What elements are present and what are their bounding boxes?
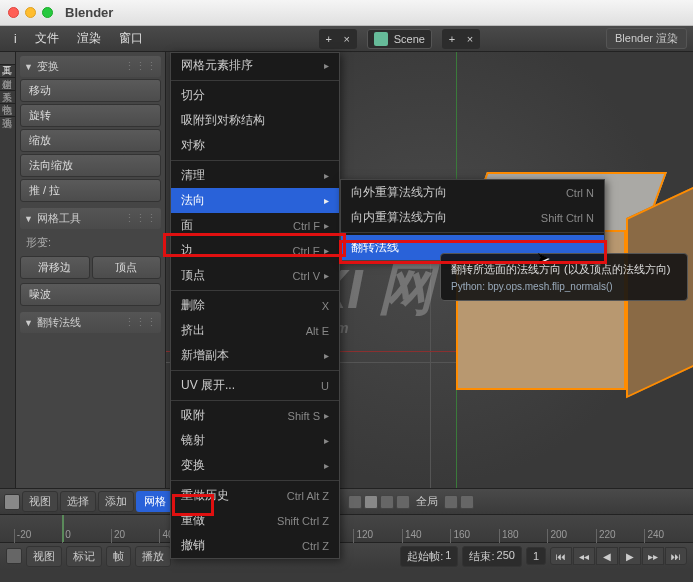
header-select[interactable]: 选择 xyxy=(60,491,96,512)
orientation-label[interactable]: 全局 xyxy=(412,494,442,509)
menu-item-snap-sym[interactable]: 吸附到对称结构 xyxy=(171,108,339,133)
smooth-button[interactable]: 噪波 xyxy=(20,283,161,306)
current-frame-field[interactable]: 1 xyxy=(526,547,546,565)
playback-controls: ⏮ ◂◂ ◀ ▶ ▸▸ ⏭ xyxy=(550,547,687,565)
header-add[interactable]: 添加 xyxy=(98,491,134,512)
collapse-icon: ▼ xyxy=(24,62,33,72)
mesh-context-menu: 网格元素排序▸ 切分 吸附到对称结构 对称 清理▸ 法向▸ 面Ctrl F▸ 边… xyxy=(170,52,340,559)
normals-submenu: 向外重算法线方向Ctrl N 向内重算法线方向Shift Ctrl N 翻转法线 xyxy=(340,179,605,261)
menu-item-redo-history[interactable]: 重做历史Ctrl Alt Z xyxy=(171,483,339,508)
menu-window[interactable]: 窗口 xyxy=(111,28,151,49)
info-header: i 文件 渲染 窗口 + × Scene + × Blender 渲染 xyxy=(0,26,693,52)
tooltip: 翻转所选面的法线方向 (以及顶点的法线方向) Python: bpy.ops.m… xyxy=(440,253,688,301)
pivot-icon[interactable] xyxy=(364,495,378,509)
scene-selector[interactable]: Scene xyxy=(367,29,432,49)
panel-transform-header[interactable]: ▼ 变换 ⋮⋮⋮ xyxy=(20,56,161,77)
tab-tools[interactable]: 工具 xyxy=(0,52,15,65)
move-button[interactable]: 移动 xyxy=(20,79,161,102)
jump-start-icon[interactable]: ⏮ xyxy=(550,547,572,565)
timeline-editor-icon[interactable] xyxy=(6,548,22,564)
menu-item-sort[interactable]: 网格元素排序▸ xyxy=(171,53,339,78)
end-frame-field[interactable]: 结束:250 xyxy=(462,546,521,567)
menu-item-normals[interactable]: 法向▸ xyxy=(171,188,339,213)
window-controls xyxy=(8,7,53,18)
menu-item-mirror[interactable]: 镜射▸ xyxy=(171,428,339,453)
maximize-icon[interactable] xyxy=(42,7,53,18)
scene-close-icon[interactable]: × xyxy=(461,30,479,48)
menu-render[interactable]: 渲染 xyxy=(69,28,109,49)
menu-item-duplicate[interactable]: 新增副本▸ xyxy=(171,343,339,368)
snap-icon[interactable] xyxy=(444,495,458,509)
menu-item-recalc-outside[interactable]: 向外重算法线方向Ctrl N xyxy=(341,180,604,205)
limit-selection-icon[interactable] xyxy=(348,495,362,509)
menu-item-edges[interactable]: 边Ctrl E▸ xyxy=(171,238,339,263)
info-icon[interactable]: i xyxy=(6,30,25,48)
collapse-icon: ▼ xyxy=(24,318,33,328)
layout-tabs: + × xyxy=(319,29,357,49)
menu-item-snap[interactable]: 吸附Shift S▸ xyxy=(171,403,339,428)
menu-item-recalc-inside[interactable]: 向内重算法线方向Shift Ctrl N xyxy=(341,205,604,230)
menu-item-extrude[interactable]: 挤出Alt E xyxy=(171,318,339,343)
panel-flipnormals-header[interactable]: ▼ 翻转法线 ⋮⋮⋮ xyxy=(20,312,161,333)
play-reverse-icon[interactable]: ◀ xyxy=(596,547,618,565)
menu-item-symmetry[interactable]: 对称 xyxy=(171,133,339,158)
keyframe-prev-icon[interactable]: ◂◂ xyxy=(573,547,595,565)
manipulator-icon[interactable] xyxy=(396,495,410,509)
tl-playback[interactable]: 播放 xyxy=(135,546,171,567)
viewport-header: 视图 选择 添加 网格 编辑模式 ▾ 全局 xyxy=(0,488,693,514)
jump-end-icon[interactable]: ⏭ xyxy=(665,547,687,565)
grip-icon: ⋮⋮⋮ xyxy=(124,60,157,73)
layers-icon[interactable] xyxy=(460,495,474,509)
manipulator-icon[interactable] xyxy=(380,495,394,509)
scale-button[interactable]: 缩放 xyxy=(20,129,161,152)
menu-item-delete[interactable]: 删除X xyxy=(171,293,339,318)
layout-add-icon[interactable]: + xyxy=(320,30,338,48)
header-mesh[interactable]: 网格 xyxy=(136,491,174,512)
tab-relations[interactable]: 关系 xyxy=(0,78,15,91)
tool-shelf: ▼ 变换 ⋮⋮⋮ 移动 旋转 缩放 法向缩放 推 / 拉 ▼ 网格工具 ⋮⋮⋮ … xyxy=(16,52,166,542)
grip-icon: ⋮⋮⋮ xyxy=(124,316,157,329)
slide-edge-button[interactable]: 滑移边 xyxy=(20,256,90,279)
menu-item-cut[interactable]: 切分 xyxy=(171,83,339,108)
tl-frame[interactable]: 帧 xyxy=(106,546,131,567)
menu-item-uv[interactable]: UV 展开...U xyxy=(171,373,339,398)
render-engine-dropdown[interactable]: Blender 渲染 xyxy=(606,28,687,49)
playhead[interactable] xyxy=(62,515,64,542)
push-pull-button[interactable]: 推 / 拉 xyxy=(20,179,161,202)
timeline-ruler[interactable]: -20 0 20 40 60 80 100 120 140 160 180 20… xyxy=(0,515,693,543)
minimize-icon[interactable] xyxy=(25,7,36,18)
menu-item-undo[interactable]: 撤销Ctrl Z xyxy=(171,533,339,558)
panel-title: 网格工具 xyxy=(37,211,81,226)
menu-item-transform[interactable]: 变换▸ xyxy=(171,453,339,478)
scene-tabs: + × xyxy=(442,29,480,49)
tab-create[interactable]: 创建 xyxy=(0,65,15,78)
editor-type-icon[interactable] xyxy=(4,494,20,510)
menu-item-cleanup[interactable]: 清理▸ xyxy=(171,163,339,188)
tooltip-python: Python: bpy.ops.mesh.flip_normals() xyxy=(451,281,677,292)
scene-add-icon[interactable]: + xyxy=(443,30,461,48)
start-frame-field[interactable]: 起始帧:1 xyxy=(400,546,458,567)
menu-item-redo[interactable]: 重做Shift Ctrl Z xyxy=(171,508,339,533)
timeline-controls: 视图 标记 帧 播放 起始帧:1 结束:250 1 ⏮ ◂◂ ◀ ▶ ▸▸ ⏭ xyxy=(0,543,693,569)
menu-item-verts[interactable]: 顶点Ctrl V▸ xyxy=(171,263,339,288)
play-icon[interactable]: ▶ xyxy=(619,547,641,565)
timeline: -20 0 20 40 60 80 100 120 140 160 180 20… xyxy=(0,514,693,582)
panel-meshtools-header[interactable]: ▼ 网格工具 ⋮⋮⋮ xyxy=(20,208,161,229)
tab-shading[interactable]: 物色 xyxy=(0,91,15,104)
vertex-button[interactable]: 顶点 xyxy=(92,256,162,279)
tab-options[interactable]: 选项 xyxy=(0,104,15,117)
scene-name: Scene xyxy=(394,33,425,45)
menu-file[interactable]: 文件 xyxy=(27,28,67,49)
tl-view[interactable]: 视图 xyxy=(26,546,62,567)
app-title: Blender xyxy=(65,5,113,20)
layout-close-icon[interactable]: × xyxy=(338,30,356,48)
close-icon[interactable] xyxy=(8,7,19,18)
tooltip-description: 翻转所选面的法线方向 (以及顶点的法线方向) xyxy=(451,262,677,277)
header-view[interactable]: 视图 xyxy=(22,491,58,512)
menu-item-faces[interactable]: 面Ctrl F▸ xyxy=(171,213,339,238)
titlebar: Blender xyxy=(0,0,693,26)
tl-marker[interactable]: 标记 xyxy=(66,546,102,567)
normal-scale-button[interactable]: 法向缩放 xyxy=(20,154,161,177)
keyframe-next-icon[interactable]: ▸▸ xyxy=(642,547,664,565)
rotate-button[interactable]: 旋转 xyxy=(20,104,161,127)
